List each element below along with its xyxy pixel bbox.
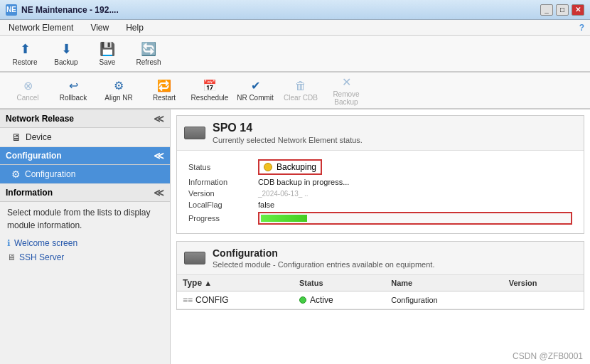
col-version: Version [503,275,584,291]
help-icon[interactable]: ? [579,23,584,33]
menu-help[interactable]: Help [123,21,146,34]
information-label: Information [188,178,252,186]
ssh-label: SSH Server [19,252,64,262]
align-nr-button[interactable]: ⚙ Align NR [97,75,141,106]
status-card: SPO 14 Currently selected Network Elemen… [176,115,584,234]
minimize-button[interactable]: _ [540,4,553,16]
status-card-header: SPO 14 Currently selected Network Elemen… [177,116,584,151]
rollback-button[interactable]: ↩ Rollback [51,75,95,106]
title-bar: NE NE Maintenance - 192.... _ □ ✕ [0,0,590,20]
sidebar: Network Release ≪ 🖥 Device Configuration… [0,109,171,364]
version-row: Version _2024-06-13_ .. [188,189,572,198]
cell-type: ≡≡ CONFIG [177,291,294,309]
save-icon: 💾 [100,41,115,57]
welcome-icon: ℹ [7,238,11,248]
information-header[interactable]: Information ≪ [0,183,170,202]
nr-commit-button[interactable]: ✔ NR Commit [233,75,277,106]
maximize-button[interactable]: □ [556,4,569,16]
cell-version [503,291,584,309]
progress-container [258,212,572,225]
status-label-text: Status [188,163,252,171]
refresh-button[interactable]: 🔄 Refresh [129,38,168,69]
clear-cdb-button: 🗑 Clear CDB [279,75,323,106]
col-name: Name [385,275,503,291]
cancel-icon: ⊗ [23,79,33,92]
align-nr-icon: ⚙ [114,79,124,92]
restore-button[interactable]: ⬆ Restore [6,38,44,69]
progress-row: Progress [188,212,572,225]
status-value: Backuping [277,162,316,172]
clear-cdb-label: Clear CDB [284,94,318,102]
toolbar-primary: ⬆ Restore ⬇ Backup 💾 Save 🔄 Refresh [0,36,590,73]
sidebar-item-device-label: Device [26,132,52,142]
device-name: SPO 14 [213,122,363,134]
status-text: Active [310,295,333,305]
localflag-row: LocalFlag false [188,200,572,209]
active-indicator [299,296,306,304]
device-subtitle: Currently selected Network Element statu… [213,136,363,144]
footer-text: CSDN @ZFB0001 [513,351,583,361]
reschedule-icon: 📅 [203,79,217,92]
sidebar-item-configuration-label: Configuration [25,169,75,179]
backup-label: Backup [54,58,77,66]
remove-backup-icon: ✕ [342,75,351,89]
config-type-icon: ≡≡ [183,295,193,305]
right-panel: SPO 14 Currently selected Network Elemen… [171,109,590,364]
window-title: NE Maintenance - 192.... [21,5,119,15]
network-release-arrow[interactable]: ≪ [154,113,164,124]
config-subtitle: Selected module - Configuration entries … [213,260,434,269]
restart-label: Restart [153,94,176,102]
configuration-arrow[interactable]: ≪ [154,150,164,161]
rollback-label: Rollback [60,94,87,102]
remove-backup-button: ✕ Remove Backup [324,75,368,106]
toolbar-secondary: ⊗ Cancel ↩ Rollback ⚙ Align NR 🔁 Restart… [0,73,590,109]
save-button[interactable]: 💾 Save [88,38,127,69]
close-button[interactable]: ✕ [572,4,584,16]
config-table: Type ▲ Status Name Version ≡≡ CONFIG [177,275,584,309]
ssh-icon: 🖥 [7,252,16,262]
network-release-header[interactable]: Network Release ≪ [0,109,170,128]
version-value: _2024-06-13_ .. [258,190,309,198]
clear-cdb-icon: 🗑 [295,80,306,92]
configuration-icon: ⚙ [11,168,21,180]
sidebar-item-ssh[interactable]: 🖥 SSH Server [0,250,170,264]
config-device-icon [184,252,205,264]
nr-commit-label: NR Commit [237,94,274,102]
localflag-value: false [258,200,274,209]
restore-icon: ⬆ [20,41,31,57]
footer: CSDN @ZFB0001 [513,351,583,361]
device-hw-icon [184,127,205,139]
information-desc: Select module from the lists to display … [0,202,170,236]
window-controls: _ □ ✕ [540,4,584,16]
sidebar-item-device[interactable]: 🖥 Device [0,128,170,146]
configuration-header[interactable]: Configuration ≪ [0,146,170,165]
progress-label: Progress [188,214,252,223]
config-header-info: Configuration Selected module - Configur… [213,247,434,269]
information-arrow[interactable]: ≪ [154,187,164,198]
restore-label: Restore [12,58,37,66]
sidebar-item-welcome[interactable]: ℹ Welcome screen [0,236,170,250]
information-title: Information [6,188,53,198]
device-icon: 🖥 [11,132,21,143]
align-nr-label: Align NR [104,94,132,102]
cancel-label: Cancel [16,94,38,102]
reschedule-label: Reschedule [191,94,229,102]
table-row[interactable]: ≡≡ CONFIG Active Configuration [177,291,584,309]
menu-view[interactable]: View [87,21,112,34]
reschedule-button[interactable]: 📅 Reschedule [188,75,232,106]
welcome-label: Welcome screen [14,238,77,248]
save-label: Save [100,58,116,66]
network-release-title: Network Release [6,114,74,124]
information-row: Information CDB backup in progress... [188,178,572,186]
config-card: Configuration Selected module - Configur… [176,241,584,310]
cell-type-value: CONFIG [195,295,229,305]
menu-network-element[interactable]: Network Element [6,21,76,34]
config-title: Configuration [213,247,434,259]
remove-backup-label: Remove Backup [326,90,366,106]
backup-button[interactable]: ⬇ Backup [47,38,85,69]
col-status: Status [294,275,385,291]
sidebar-item-configuration[interactable]: ⚙ Configuration [0,165,170,183]
menu-bar: Network Element View Help ? [0,20,590,36]
version-label: Version [188,189,252,198]
restart-button[interactable]: 🔁 Restart [142,75,186,106]
